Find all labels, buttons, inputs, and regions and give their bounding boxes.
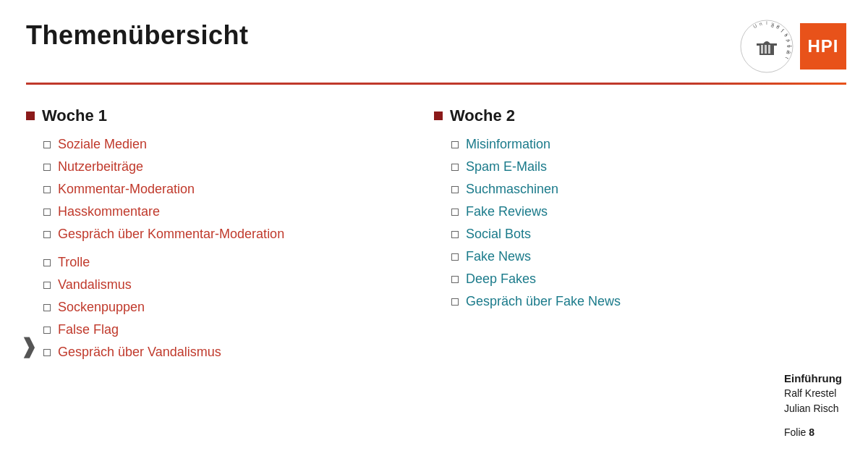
- square-bullet-icon: [43, 141, 51, 148]
- item-kommentar-moderation: Kommentar-Moderation: [58, 182, 195, 197]
- item-soziale-medien: Soziale Medien: [58, 137, 147, 152]
- list-item: Trolle: [43, 255, 434, 270]
- week1-header: Woche 1: [26, 106, 434, 125]
- list-item: Fake News: [451, 249, 842, 264]
- svg-rect-5: [768, 45, 770, 54]
- square-bullet-icon: [43, 349, 51, 356]
- list-item: Soziale Medien: [43, 137, 434, 152]
- svg-text:n: n: [759, 21, 763, 27]
- week1-list-group1: Soziale Medien Nutzerbeiträge Kommentar-…: [26, 137, 434, 242]
- sidebar-names: Ralf Krestel Julian Risch: [784, 386, 842, 416]
- list-item: Suchmaschinen: [451, 182, 842, 197]
- author-ralf: Ralf Krestel: [784, 387, 836, 399]
- item-false-flag: False Flag: [58, 322, 119, 337]
- svg-rect-3: [761, 45, 763, 54]
- folio-prefix: Folie: [784, 426, 809, 438]
- square-bullet-icon: [43, 186, 51, 193]
- column-woche1: ❱ Woche 1 Soziale Medien Nutzerbeiträge …: [26, 106, 434, 367]
- week1-bullet: [26, 112, 35, 120]
- square-bullet-icon: [451, 141, 459, 148]
- main-content: ❱ Woche 1 Soziale Medien Nutzerbeiträge …: [0, 85, 868, 382]
- arrow-indicator: ❱: [20, 335, 37, 358]
- square-bullet-icon: [43, 304, 51, 311]
- item-suchmaschinen: Suchmaschinen: [466, 182, 558, 197]
- list-item: Fake Reviews: [451, 204, 842, 219]
- header: Themenübersicht U n i v e: [0, 0, 868, 75]
- list-item: Kommentar-Moderation: [43, 182, 434, 197]
- folio-info: Folie 8: [784, 426, 842, 438]
- square-bullet-icon: [43, 282, 51, 289]
- list-item: Gespräch über Kommentar-Moderation: [43, 227, 434, 242]
- list-item: Misinformation: [451, 137, 842, 152]
- square-bullet-icon: [451, 253, 459, 261]
- square-bullet-icon: [451, 164, 459, 171]
- svg-text:t: t: [785, 56, 790, 60]
- week1-list-group2: Trolle Vandalismus Sockenpuppen False Fl…: [26, 255, 434, 360]
- list-item: Deep Fakes: [451, 272, 842, 287]
- item-vandalismus: Vandalismus: [58, 277, 132, 293]
- sidebar-info: Einführung Ralf Krestel Julian Risch Fol…: [784, 372, 842, 438]
- author-julian: Julian Risch: [784, 403, 838, 414]
- square-bullet-icon: [43, 231, 51, 238]
- item-nutzerbeitraege: Nutzerbeiträge: [58, 159, 143, 174]
- svg-text:U: U: [752, 22, 758, 29]
- column-woche2: Woche 2 Misinformation Spam E-Mails Such…: [434, 106, 842, 367]
- page-title: Themenübersicht: [26, 20, 249, 51]
- uni-potsdam-logo: U n i v e r s i t ä t P o t s d a m: [738, 17, 796, 75]
- list-item: Nutzerbeiträge: [43, 159, 434, 174]
- list-item: Social Bots: [451, 227, 842, 242]
- svg-text:m: m: [784, 49, 790, 54]
- square-bullet-icon: [43, 209, 51, 216]
- week2-header: Woche 2: [434, 106, 842, 125]
- item-sockenpuppen: Sockenpuppen: [58, 300, 145, 315]
- item-gespraech-kommentar: Gespräch über Kommentar-Moderation: [58, 227, 284, 242]
- svg-text:P: P: [770, 23, 775, 29]
- square-bullet-icon: [451, 209, 459, 216]
- item-deep-fakes: Deep Fakes: [466, 272, 536, 287]
- logos-area: U n i v e r s i t ä t P o t s d a m: [738, 17, 846, 75]
- square-bullet-icon: [451, 186, 459, 193]
- item-trolle: Trolle: [58, 255, 90, 270]
- list-item: Vandalismus: [43, 277, 434, 293]
- list-item: Gespräch über Vandalismus: [43, 345, 434, 360]
- list-item: Hasskommentare: [43, 204, 434, 219]
- svg-text:i: i: [766, 20, 767, 25]
- svg-rect-4: [765, 45, 767, 54]
- square-bullet-icon: [451, 276, 459, 283]
- svg-text:d: d: [785, 38, 791, 43]
- square-bullet-icon: [451, 231, 459, 238]
- item-gespraech-fake-news: Gespräch über Fake News: [466, 294, 621, 309]
- square-bullet-icon: [451, 298, 459, 306]
- week1-label: Woche 1: [42, 106, 107, 125]
- item-gespraech-vandalismus: Gespräch über Vandalismus: [58, 345, 221, 360]
- item-fake-news: Fake News: [466, 249, 531, 264]
- item-misinformation: Misinformation: [466, 137, 550, 152]
- list-item: Spam E-Mails: [451, 159, 842, 174]
- list-item: Sockenpuppen: [43, 300, 434, 315]
- item-social-bots: Social Bots: [466, 227, 531, 242]
- week2-bullet: [434, 112, 443, 120]
- square-bullet-icon: [43, 259, 51, 266]
- week2-label: Woche 2: [450, 106, 515, 125]
- svg-text:a: a: [786, 45, 791, 48]
- hpi-logo: HPI: [800, 23, 846, 70]
- list-item: False Flag: [43, 322, 434, 337]
- square-bullet-icon: [43, 327, 51, 334]
- item-fake-reviews: Fake Reviews: [466, 204, 548, 219]
- folio-number: 8: [809, 426, 814, 438]
- list-item: Gespräch über Fake News: [451, 294, 842, 309]
- sidebar-label: Einführung: [784, 372, 842, 384]
- item-hasskommentare: Hasskommentare: [58, 204, 160, 219]
- item-spam-emails: Spam E-Mails: [466, 159, 547, 174]
- week2-list: Misinformation Spam E-Mails Suchmaschine…: [434, 137, 842, 309]
- square-bullet-icon: [43, 164, 51, 171]
